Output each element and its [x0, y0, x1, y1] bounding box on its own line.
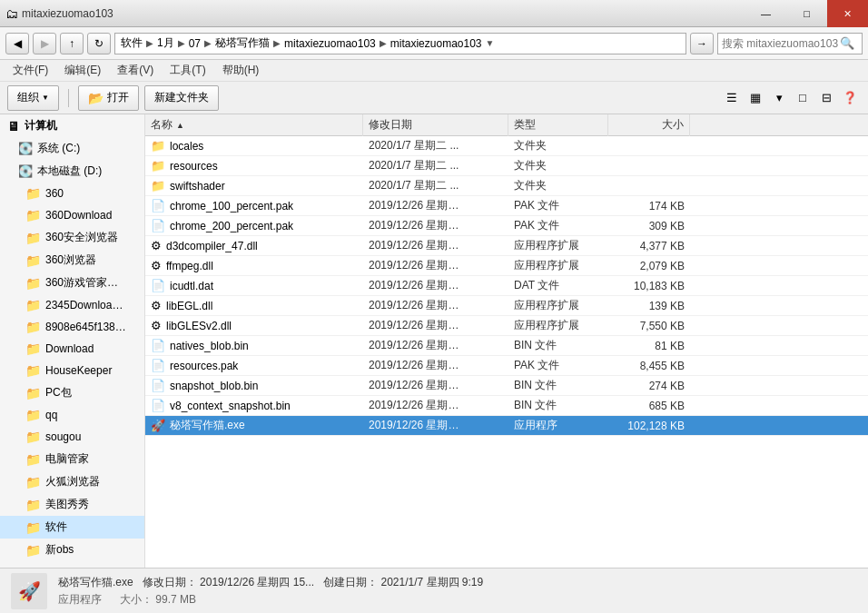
table-row[interactable]: 🚀 秘塔写作猫.exe 2019/12/26 星期… 应用程序 102,128 … — [145, 416, 868, 436]
table-row[interactable]: 📄 icudtl.dat 2019/12/26 星期… DAT 文件 10,18… — [145, 276, 868, 296]
file-date-cell: 2019/12/26 星期… — [363, 238, 508, 253]
search-input[interactable] — [722, 37, 840, 50]
view-dropdown-icon[interactable]: ▾ — [768, 87, 790, 109]
menu-edit[interactable]: 编辑(E) — [57, 61, 108, 80]
organize-label: 组织 — [17, 90, 39, 105]
organize-button[interactable]: 组织 ▼ — [7, 85, 59, 111]
preview-pane-icon[interactable]: □ — [792, 87, 814, 109]
status-created-label: 创建日期： — [323, 576, 378, 588]
col-header-type[interactable]: 类型 — [508, 114, 608, 136]
sidebar-item-pcmgr[interactable]: 📁 电脑管家 — [0, 448, 144, 470]
breadcrumb-month[interactable]: 1月 — [157, 35, 174, 51]
sidebar-item-qq[interactable]: 📁 qq — [0, 404, 144, 426]
table-row[interactable]: 📄 natives_blob.bin 2019/12/26 星期… BIN 文件… — [145, 336, 868, 356]
col-header-date[interactable]: 修改日期 — [363, 114, 508, 136]
sidebar-label-sw: 软件 — [45, 519, 67, 535]
menu-help[interactable]: 帮助(H) — [215, 61, 267, 80]
sidebar-item-360game[interactable]: 📁 360游戏管家… — [0, 272, 144, 294]
sidebar-label-360game: 360游戏管家… — [45, 275, 118, 291]
help-icon[interactable]: ❓ — [839, 87, 861, 109]
file-date-cell: 2019/12/26 星期… — [363, 358, 508, 373]
minimize-button[interactable]: — — [745, 0, 786, 27]
sidebar-item-software[interactable]: 📁 软件 — [0, 516, 144, 539]
sidebar-label-computer: 计算机 — [25, 118, 57, 133]
sidebar-item-meitu[interactable]: 📁 美图秀秀 — [0, 493, 144, 516]
search-box[interactable]: 🔍 — [717, 33, 863, 54]
table-row[interactable]: 📄 resources.pak 2019/12/26 星期… PAK 文件 8,… — [145, 356, 868, 376]
folder-2345-icon: 📁 — [25, 298, 41, 312]
file-type-cell: 应用程序扩展 — [508, 258, 608, 273]
folder-obs-icon: 📁 — [25, 543, 41, 558]
status-size-label: 大小： — [120, 593, 153, 606]
status-line2: 应用程序 大小： 99.7 MB — [58, 592, 483, 608]
col-header-size[interactable]: 大小 — [608, 114, 690, 136]
table-row[interactable]: ⚙ libEGL.dll 2019/12/26 星期… 应用程序扩展 139 K… — [145, 296, 868, 316]
address-path[interactable]: 软件 ▶ 1月 ▶ 07 ▶ 秘塔写作猫 ▶ mitaxiezuomao103 … — [114, 33, 686, 54]
menu-file[interactable]: 文件(F) — [5, 61, 55, 80]
table-row[interactable]: 📁 swiftshader 2020/1/7 星期二 ... 文件夹 — [145, 176, 868, 196]
status-modified-label: 修改日期： — [143, 576, 197, 588]
table-row[interactable]: 📄 snapshot_blob.bin 2019/12/26 星期… BIN 文… — [145, 376, 868, 396]
file-name-cell: 📁 swiftshader — [145, 179, 363, 193]
table-row[interactable]: 📄 chrome_200_percent.pak 2019/12/26 星期… … — [145, 216, 868, 236]
col-header-name[interactable]: 名称 ▲ — [145, 114, 363, 136]
status-line1: 秘塔写作猫.exe 修改日期： 2019/12/26 星期四 15... 创建日… — [58, 575, 483, 590]
sidebar-item-firefox[interactable]: 📁 火狐浏览器 — [0, 470, 144, 493]
main-layout: 🖥 计算机 💽 系统 (C:) 💽 本地磁盘 (D:) 📁 360 📁 360D… — [0, 114, 868, 568]
sidebar-item-download[interactable]: 📁 Download — [0, 338, 144, 360]
table-row[interactable]: ⚙ libGLESv2.dll 2019/12/26 星期… 应用程序扩展 7,… — [145, 316, 868, 336]
table-row[interactable]: ⚙ ffmpeg.dll 2019/12/26 星期… 应用程序扩展 2,079… — [145, 256, 868, 276]
sidebar-item-360browser[interactable]: 📁 360浏览器 — [0, 249, 144, 272]
breadcrumb-folder2[interactable]: mitaxiezuomao103 — [390, 37, 482, 50]
close-button[interactable]: ✕ — [827, 0, 868, 27]
file-icon: 🚀 — [151, 419, 165, 432]
drive-c-icon: 💽 — [18, 142, 33, 155]
new-folder-button[interactable]: 新建文件夹 — [144, 85, 219, 111]
sidebar-item-360download[interactable]: 📁 360Download — [0, 204, 144, 226]
go-button[interactable]: → — [690, 33, 714, 54]
details-pane-icon[interactable]: ⊟ — [815, 87, 837, 109]
file-size-cell: 8,455 KB — [608, 360, 690, 372]
file-date-cell: 2019/12/26 星期… — [363, 198, 508, 213]
breadcrumb-software[interactable]: 软件 — [121, 35, 143, 51]
table-row[interactable]: 📄 chrome_100_percent.pak 2019/12/26 星期… … — [145, 196, 868, 216]
file-name-cell: 📄 chrome_100_percent.pak — [145, 199, 363, 213]
sidebar-item-sougou[interactable]: 📁 sougou — [0, 426, 144, 448]
open-button[interactable]: 📂 打开 — [78, 85, 139, 111]
breadcrumb-day[interactable]: 07 — [189, 37, 201, 50]
file-date-cell: 2020/1/7 星期二 ... — [363, 138, 508, 153]
table-row[interactable]: ⚙ d3dcompiler_47.dll 2019/12/26 星期… 应用程序… — [145, 236, 868, 256]
sidebar-item-2345[interactable]: 📁 2345Downloa… — [0, 294, 144, 316]
table-row[interactable]: 📁 resources 2020/1/7 星期二 ... 文件夹 — [145, 156, 868, 176]
table-row[interactable]: 📁 locales 2020/1/7 星期二 ... 文件夹 — [145, 136, 868, 156]
new-folder-label: 新建文件夹 — [154, 90, 209, 105]
view-list-icon[interactable]: ☰ — [721, 87, 743, 109]
file-size-cell: 7,550 KB — [608, 320, 690, 332]
menu-tools[interactable]: 工具(T) — [163, 61, 212, 80]
sidebar-item-pc[interactable]: 📁 PC包 — [0, 381, 144, 404]
up-button[interactable]: ↑ — [60, 33, 84, 54]
forward-button[interactable]: ▶ — [33, 33, 56, 54]
refresh-button[interactable]: ↻ — [87, 33, 111, 54]
sidebar-item-360security[interactable]: 📁 360安全浏览器 — [0, 226, 144, 249]
menu-view[interactable]: 查看(V) — [110, 61, 161, 80]
file-name-cell: 📄 v8_context_snapshot.bin — [145, 399, 363, 412]
breadcrumb-app[interactable]: 秘塔写作猫 — [215, 35, 270, 51]
sidebar-label-pcmgr: 电脑管家 — [45, 451, 89, 467]
sidebar-item-d-drive[interactable]: 💽 本地磁盘 (D:) — [0, 160, 144, 183]
file-icon: 📄 — [151, 279, 165, 292]
sidebar-item-c-drive[interactable]: 💽 系统 (C:) — [0, 137, 144, 160]
search-icon: 🔍 — [840, 36, 854, 50]
maximize-button[interactable]: □ — [786, 0, 827, 27]
sidebar-item-360[interactable]: 📁 360 — [0, 183, 144, 204]
table-row[interactable]: 📄 v8_context_snapshot.bin 2019/12/26 星期…… — [145, 396, 868, 416]
view-tiles-icon[interactable]: ▦ — [745, 87, 766, 109]
sidebar-item-8908[interactable]: 📁 8908e645f138… — [0, 316, 144, 338]
sidebar-item-computer[interactable]: 🖥 计算机 — [0, 114, 144, 137]
breadcrumb-folder1[interactable]: mitaxiezuomao103 — [284, 37, 376, 50]
sidebar-item-housekeeper[interactable]: 📁 HouseKeeper — [0, 360, 144, 381]
sidebar-item-obs[interactable]: 📁 新obs — [0, 539, 144, 561]
file-icon: 📄 — [151, 379, 165, 392]
back-button[interactable]: ◀ — [5, 33, 29, 54]
menu-bar: 文件(F) 编辑(E) 查看(V) 工具(T) 帮助(H) — [0, 60, 868, 82]
